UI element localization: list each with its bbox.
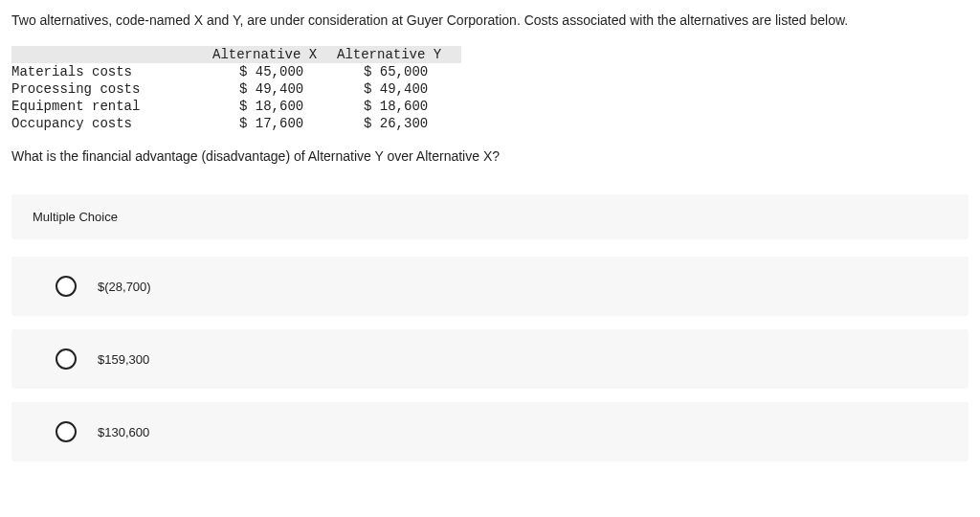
cell-y: $ 26,300: [337, 115, 461, 132]
th-alt-x: Alternative X: [212, 46, 337, 63]
radio-icon: [56, 421, 77, 442]
cell-label: Equipment rental: [11, 98, 212, 115]
option-3[interactable]: $130,600: [11, 402, 969, 461]
option-label: $(28,700): [98, 280, 151, 294]
cell-label: Materials costs: [11, 63, 212, 80]
cost-table: Alternative X Alternative Y Materials co…: [11, 46, 461, 132]
question-text: What is the financial advantage (disadva…: [11, 147, 969, 167]
option-label: $159,300: [98, 352, 149, 367]
option-2[interactable]: $159,300: [11, 329, 969, 389]
table-row: Processing costs $ 49,400 $ 49,400: [11, 80, 461, 98]
cell-y: $ 49,400: [337, 80, 461, 98]
cell-x: $ 45,000: [212, 63, 337, 80]
cell-x: $ 49,400: [212, 80, 337, 98]
radio-icon: [56, 276, 77, 297]
cell-x: $ 18,600: [212, 98, 337, 115]
th-label: [11, 46, 212, 63]
table-row: Materials costs $ 45,000 $ 65,000: [11, 63, 461, 80]
cell-y: $ 18,600: [337, 98, 461, 115]
intro-text: Two alternatives, code-named X and Y, ar…: [11, 11, 969, 31]
table-row: Occupancy costs $ 17,600 $ 26,300: [11, 115, 461, 132]
table-row: Equipment rental $ 18,600 $ 18,600: [11, 98, 461, 115]
option-label: $130,600: [98, 425, 149, 439]
cell-x: $ 17,600: [212, 115, 337, 132]
option-1[interactable]: $(28,700): [11, 257, 969, 316]
cell-label: Processing costs: [11, 80, 212, 98]
radio-icon: [56, 348, 77, 370]
cell-label: Occupancy costs: [11, 115, 212, 132]
cell-y: $ 65,000: [337, 63, 461, 80]
th-alt-y: Alternative Y: [337, 46, 461, 63]
multiple-choice-header: Multiple Choice: [11, 194, 969, 239]
